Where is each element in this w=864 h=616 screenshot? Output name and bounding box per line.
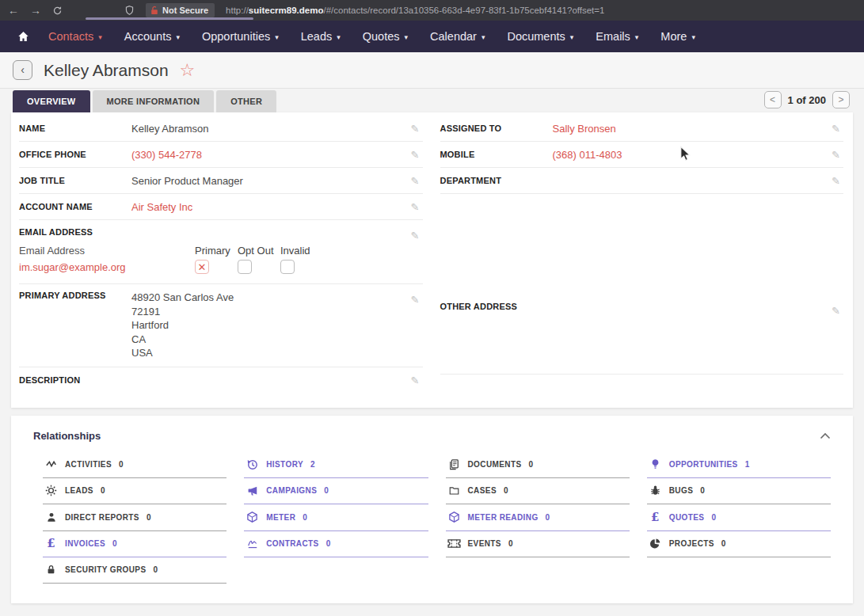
email-link[interactable]: im.sugar@example.org: [19, 261, 195, 273]
field-label: DEPARTMENT: [440, 176, 553, 185]
nav-item-more[interactable]: More▾: [652, 25, 704, 48]
chevron-down-icon: ▾: [635, 33, 639, 41]
edit-icon[interactable]: ✎: [411, 201, 420, 213]
edit-icon[interactable]: ✎: [832, 149, 840, 161]
relationship-item-documents[interactable]: DOCUMENTS 0: [446, 451, 630, 478]
tab-overview[interactable]: OVERVIEW: [13, 90, 90, 112]
history-icon: [245, 458, 259, 470]
browser-tab-indicator: [86, 17, 253, 20]
tab-other[interactable]: OTHER: [216, 90, 276, 112]
browser-forward-icon[interactable]: →: [30, 5, 41, 16]
phone-link[interactable]: (368) 011-4803: [553, 149, 622, 161]
pagination-label: 1 of 200: [788, 94, 826, 106]
ticket-icon: [447, 538, 461, 549]
field-row-mobile: MOBILE (368) 011-4803 ✎: [440, 142, 844, 168]
relationship-item-activities[interactable]: ACTIVITIES 0: [43, 451, 226, 478]
relationship-count: 0: [324, 486, 329, 495]
edit-icon[interactable]: ✎: [411, 175, 420, 187]
relationship-item-events[interactable]: EVENTS 0: [446, 531, 630, 557]
relationship-item-projects[interactable]: PROJECTS 0: [647, 531, 831, 557]
nav-item-emails[interactable]: Emails▾: [587, 25, 647, 48]
field-label: ACCOUNT NAME: [19, 202, 131, 211]
chevron-down-icon: ▾: [275, 33, 279, 41]
browser-toolbar: ← → Not Secure http://suitecrm89.demo/#/…: [0, 0, 864, 21]
relationship-item-cases[interactable]: CASES 0: [446, 478, 630, 504]
cube-icon: [447, 511, 461, 523]
relationship-item-security-groups[interactable]: SECURITY GROUPS 0: [43, 557, 226, 584]
relationships-grid: ACTIVITIES 0 HISTORY 2 DOCUMENTS 0 OPPOR…: [32, 450, 832, 584]
relationship-label: ACTIVITIES: [65, 460, 112, 469]
home-icon[interactable]: [11, 30, 35, 43]
nav-item-contacts[interactable]: Contacts▾: [40, 25, 111, 48]
relationship-count: 0: [700, 486, 705, 495]
edit-icon[interactable]: ✎: [411, 123, 420, 135]
primary-checkbox[interactable]: ✕: [195, 260, 209, 274]
relationship-label: OPPORTUNITIES: [669, 460, 738, 469]
chevron-down-icon: ▾: [481, 33, 485, 41]
tab-more-information[interactable]: MORE INFORMATION: [93, 90, 215, 112]
opt-out-checkbox[interactable]: [238, 260, 252, 274]
relationship-label: DOCUMENTS: [468, 460, 522, 469]
relationship-item-leads[interactable]: LEADS 0: [43, 478, 226, 504]
relationship-count: 0: [303, 513, 307, 522]
relationship-item-opportunities[interactable]: OPPORTUNITIES 1: [647, 451, 831, 478]
account-link[interactable]: Air Safety Inc: [131, 201, 192, 213]
address-value: 48920 San Carlos Ave 72191 Hartford CA U…: [131, 291, 234, 360]
relationship-item-direct-reports[interactable]: DIRECT REPORTS 0: [43, 504, 226, 531]
primary-column-header: Primary: [195, 245, 234, 257]
relationship-item-campaigns[interactable]: CAMPAIGNS 0: [244, 478, 428, 504]
edit-icon[interactable]: ✎: [832, 305, 840, 317]
edit-icon[interactable]: ✎: [411, 230, 420, 241]
favorite-star-icon[interactable]: ☆: [180, 62, 196, 79]
edit-icon[interactable]: ✎: [832, 123, 840, 135]
relationship-label: CASES: [468, 486, 497, 495]
invalid-checkbox[interactable]: [280, 260, 295, 274]
back-button[interactable]: ‹: [13, 60, 32, 80]
relationship-label: LEADS: [65, 486, 93, 495]
next-record-button[interactable]: >: [832, 91, 850, 108]
shield-icon[interactable]: [124, 5, 135, 16]
relationship-item-history[interactable]: HISTORY 2: [244, 451, 428, 478]
cube-icon: [245, 511, 259, 523]
record-pagination: < 1 of 200 >: [764, 91, 850, 108]
assigned-user-link[interactable]: Sally Bronsen: [553, 123, 616, 135]
nav-item-opportunities[interactable]: Opportunities▾: [193, 25, 287, 48]
nav-item-accounts[interactable]: Accounts▾: [116, 25, 188, 48]
phone-link[interactable]: (330) 544-2778: [131, 149, 202, 161]
edit-icon[interactable]: ✎: [411, 149, 420, 161]
relationship-label: PROJECTS: [669, 539, 714, 548]
relationship-count: 0: [154, 565, 158, 574]
security-badge[interactable]: Not Secure: [146, 3, 215, 17]
relationship-item-meter-reading[interactable]: METER READING 0: [446, 504, 630, 531]
nav-item-calendar[interactable]: Calendar▾: [421, 25, 493, 48]
record-header: ‹ Kelley Abramson ☆: [0, 52, 864, 89]
relationships-title: Relationships: [33, 430, 101, 442]
relationship-label: INVOICES: [65, 539, 105, 548]
field-label: OFFICE PHONE: [19, 150, 131, 159]
field-row-other-address: OTHER ADDRESS ✎: [440, 295, 844, 375]
url-bar[interactable]: http://suitecrm89.demo/#/contacts/record…: [226, 6, 604, 15]
nav-item-leads[interactable]: Leads▾: [292, 25, 349, 48]
relationship-item-meter[interactable]: METER 0: [244, 504, 428, 531]
reload-icon[interactable]: [52, 6, 63, 16]
edit-icon[interactable]: ✎: [411, 294, 420, 306]
field-row-primary-address: PRIMARY ADDRESS 48920 San Carlos Ave 721…: [19, 284, 423, 367]
prev-record-button[interactable]: <: [764, 91, 782, 108]
app-navbar: Contacts▾ Accounts▾ Opportunities▾ Leads…: [0, 21, 864, 52]
relationship-item-bugs[interactable]: BUGS 0: [647, 478, 831, 504]
edit-icon[interactable]: ✎: [411, 375, 420, 386]
relationship-item-invoices[interactable]: £ INVOICES 0: [43, 531, 226, 557]
browser-back-icon[interactable]: ←: [8, 5, 19, 16]
folder-icon: [447, 485, 461, 496]
lightbulb-icon: [649, 458, 662, 470]
edit-icon[interactable]: ✎: [832, 175, 840, 187]
bug-icon: [649, 485, 662, 496]
record-detail-panel: NAME Kelley Abramson ✎ OFFICE PHONE (330…: [11, 112, 853, 408]
relationship-item-quotes[interactable]: £ QUOTES 0: [647, 504, 831, 531]
relationship-item-contracts[interactable]: CONTRACTS 0: [244, 531, 428, 557]
nav-item-quotes[interactable]: Quotes▾: [354, 25, 417, 48]
person-icon: [44, 511, 58, 523]
chevron-up-icon[interactable]: [820, 432, 831, 439]
field-row-account-name: ACCOUNT NAME Air Safety Inc ✎: [19, 194, 423, 220]
nav-item-documents[interactable]: Documents▾: [498, 25, 582, 48]
